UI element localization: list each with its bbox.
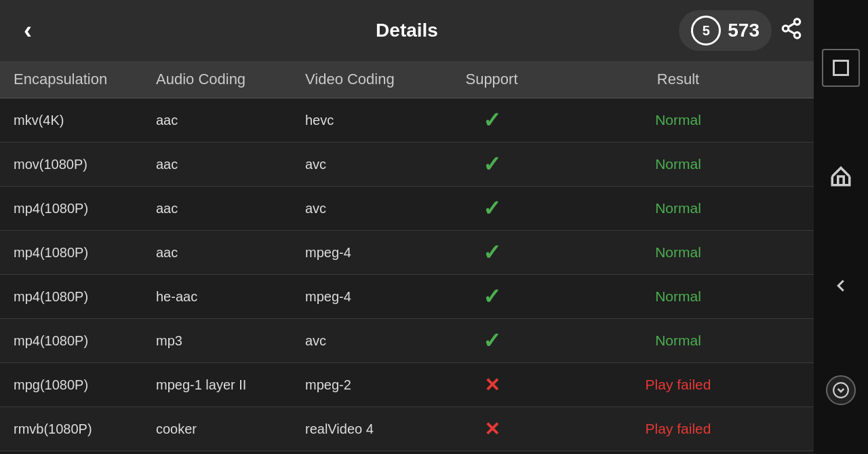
check-icon: ✓ [483,151,501,177]
cell-result: Normal [542,200,814,216]
cell-result: Normal [542,244,814,261]
header: ‹ Details 5 573 [0,0,814,61]
table-row[interactable]: mp4(1080P)mp3avc✓Normal [0,319,814,363]
col-header-audio: Audio Coding [149,71,298,88]
svg-line-3 [788,30,795,34]
back-nav-button[interactable] [822,267,860,305]
cell-result: Normal [542,156,814,172]
cell-support: ✓ [434,151,542,177]
score-badge: 5 573 [679,10,772,51]
cell-audio: aac [149,157,298,172]
cell-video: mpeg-4 [298,289,434,305]
main-area: ‹ Details 5 573 Encapsulation [0,0,814,454]
cell-support: ✓ [434,107,542,133]
svg-line-4 [788,23,795,27]
check-icon: ✓ [483,240,501,265]
col-header-support: Support [434,71,542,88]
cell-result: Normal [542,112,814,128]
table-row[interactable]: mkv(4K)aachevc✓Normal [0,98,814,143]
cell-audio: cooker [149,421,298,437]
table-row[interactable]: mp4(1080P)aacavc✓Normal [0,187,814,231]
back-arrow-icon: ‹ [24,16,32,45]
col-header-result: Result [542,71,814,88]
cell-encapsulation: mov(1080P) [0,157,149,172]
table-body: mkv(4K)aachevc✓Normalmov(1080P)aacavc✓No… [0,98,814,454]
check-icon: ✓ [483,107,501,133]
table-header: Encapsulation Audio Coding Video Coding … [0,61,814,98]
check-icon: ✓ [483,284,501,309]
cell-support: ✕ [434,418,542,440]
cell-result: Play failed [542,421,814,437]
cell-video: avc [298,157,434,172]
col-header-video: Video Coding [298,71,434,88]
cell-encapsulation: mp4(1080P) [0,333,149,349]
cell-video: mpeg-4 [298,245,434,261]
scroll-down-button[interactable] [826,375,856,405]
table-row[interactable]: mov(1080P)aacavc✓Normal [0,143,814,187]
table-row[interactable]: mp4(1080P)aacmpeg-4✓Normal [0,231,814,275]
svg-point-1 [783,25,789,31]
cell-support: ✓ [434,240,542,265]
badge-number: 5 [703,23,710,39]
svg-rect-5 [834,61,848,75]
cross-icon: ✕ [484,418,500,440]
badge-icon: 5 [691,16,721,45]
cell-video: avc [298,201,434,216]
cell-audio: he-aac [149,289,298,305]
cell-audio: mp3 [149,333,298,349]
cell-support: ✕ [434,374,542,396]
svg-point-6 [833,383,848,398]
cell-encapsulation: mp4(1080P) [0,289,149,305]
cell-encapsulation: rmvb(1080P) [0,421,149,437]
cell-audio: aac [149,201,298,216]
right-sidebar [814,0,868,454]
cell-audio: aac [149,113,298,128]
cell-audio: mpeg-1 layer II [149,377,298,393]
cell-video: mpeg-2 [298,377,434,393]
cell-result: Normal [542,288,814,305]
check-icon: ✓ [483,195,501,221]
cell-support: ✓ [434,195,542,221]
cross-icon: ✕ [484,374,500,396]
cell-result: Normal [542,333,814,349]
cell-video: avc [298,333,434,349]
page-title: Details [376,20,438,41]
cell-encapsulation: mp4(1080P) [0,201,149,216]
back-button[interactable]: ‹ [11,14,45,48]
cell-encapsulation: mpg(1080P) [0,377,149,393]
svg-point-0 [794,18,800,24]
cell-video: hevc [298,113,434,128]
score-value: 573 [728,20,760,41]
table-row[interactable]: rmvb(1080P)cookerrealVideo 4✕Play failed [0,407,814,451]
col-header-encapsulation: Encapsulation [0,71,149,88]
table-row[interactable]: mp4(1080P)he-aacmpeg-4✓Normal [0,275,814,319]
home-nav-button[interactable] [822,157,860,195]
cell-support: ✓ [434,284,542,309]
svg-point-2 [794,32,800,38]
table-row[interactable]: mpg(1080P)mpeg-1 layer IImpeg-2✕Play fai… [0,363,814,407]
cell-result: Play failed [542,377,814,393]
cell-encapsulation: mp4(1080P) [0,245,149,261]
share-icon[interactable] [780,17,803,45]
cell-support: ✓ [434,328,542,354]
check-icon: ✓ [483,328,501,354]
cell-encapsulation: mkv(4K) [0,113,149,128]
header-right: 5 573 [679,10,803,51]
cell-audio: aac [149,245,298,261]
square-nav-button[interactable] [822,49,860,87]
cell-video: realVideo 4 [298,421,434,437]
